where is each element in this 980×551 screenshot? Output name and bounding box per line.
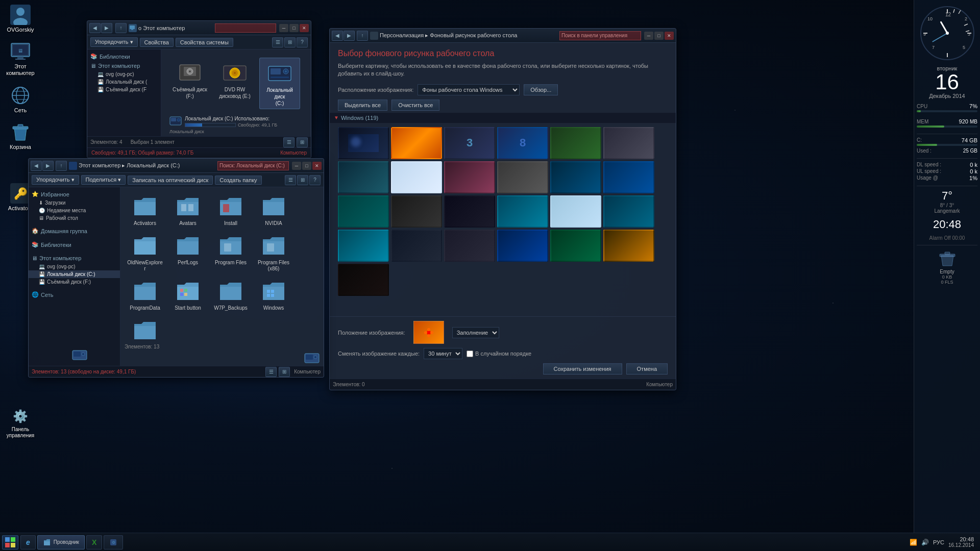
exp-tiles-view[interactable]: ⊞ bbox=[297, 175, 308, 185]
libraries-group[interactable]: 📚 Библиотеки bbox=[87, 52, 161, 61]
close-btn[interactable]: ✕ bbox=[300, 24, 309, 32]
maximize-btn[interactable]: □ bbox=[289, 24, 299, 32]
wallpaper-18[interactable] bbox=[338, 230, 389, 262]
status-grid-btn[interactable]: ⊞ bbox=[297, 137, 308, 147]
explorer-close[interactable]: ✕ bbox=[312, 162, 322, 170]
explorer-search-input[interactable] bbox=[217, 161, 289, 170]
wallpaper-17[interactable] bbox=[603, 195, 654, 228]
pers-up-btn[interactable]: ↑ bbox=[357, 31, 368, 41]
recent-item[interactable]: 🕒 Недавние места bbox=[29, 207, 120, 214]
tiles-view-btn[interactable]: ⊞ bbox=[284, 37, 296, 47]
folder-w7p-backups[interactable]: W7P_Backups bbox=[210, 276, 251, 313]
save-changes-btn[interactable]: Сохранить изменения bbox=[543, 363, 622, 374]
desktop-icon-control-panel[interactable]: ⚙️ Панель управления bbox=[3, 406, 38, 439]
help-btn[interactable]: ? bbox=[297, 37, 308, 47]
status-list-btn[interactable]: ☰ bbox=[283, 137, 295, 147]
wallpaper-4[interactable] bbox=[550, 127, 601, 159]
local-disk-c-item[interactable]: Локальный диск(C:) bbox=[259, 58, 300, 109]
sidebar-removable[interactable]: 💾 Съёмный диск (F bbox=[87, 86, 161, 93]
dvd-drive-item[interactable]: DVD RWдисковод (E:) bbox=[214, 58, 255, 109]
folder-oldnewexplorer[interactable]: OldNewExplorer bbox=[125, 231, 165, 274]
explorer-up-btn[interactable]: ↑ bbox=[56, 161, 67, 171]
clear-all-btn[interactable]: Очистить все bbox=[391, 99, 439, 111]
folder-start-button[interactable]: Start button bbox=[167, 276, 208, 313]
taskbar-app4[interactable]: ⚙ bbox=[104, 535, 123, 549]
cancel-changes-btn[interactable]: Отмена bbox=[626, 363, 668, 374]
tray-clock[interactable]: 20:48 16.12.2014 bbox=[948, 536, 974, 548]
taskbar-explorer[interactable]: Проводник bbox=[37, 535, 85, 549]
sidebar-local-c-exp[interactable]: 💾 Локальный диск (C:) bbox=[29, 270, 120, 278]
exp-help[interactable]: ? bbox=[309, 175, 321, 185]
explorer-share-btn[interactable]: Поделиться ▾ bbox=[81, 175, 126, 185]
system-properties-btn[interactable]: Свойства системы bbox=[176, 38, 233, 47]
position-select[interactable]: Заполнение bbox=[452, 327, 499, 338]
wallpaper-21[interactable] bbox=[497, 230, 548, 262]
pers-search-input[interactable] bbox=[559, 31, 641, 40]
wallpaper-0[interactable] bbox=[338, 127, 389, 159]
wallpaper-14[interactable] bbox=[444, 195, 495, 228]
forward-btn[interactable]: ▶ bbox=[101, 23, 112, 33]
wallpaper-7[interactable] bbox=[391, 161, 442, 193]
exp-status-grid-btn[interactable]: ⊞ bbox=[279, 367, 290, 377]
desktop-icon-ovgorskiy[interactable]: OVGorskiy bbox=[3, 3, 38, 35]
change-interval-select[interactable]: 30 минут bbox=[424, 348, 462, 359]
pers-back-btn[interactable]: ◀ bbox=[332, 31, 343, 41]
desktop-icon-network[interactable]: Сеть bbox=[3, 83, 38, 116]
wallpaper-1[interactable] bbox=[391, 127, 442, 159]
folder-activators[interactable]: Activators bbox=[125, 191, 165, 229]
downloads-item[interactable]: ⬇ Загрузки bbox=[29, 199, 120, 207]
wallpaper-6[interactable] bbox=[338, 161, 389, 193]
favorites-group[interactable]: ⭐ Избранное bbox=[29, 189, 120, 199]
wallpaper-19[interactable] bbox=[391, 230, 442, 262]
details-view-btn[interactable]: ☰ bbox=[272, 37, 283, 47]
this-computer-exp-group[interactable]: 🖥 Этот компьютер bbox=[29, 254, 120, 263]
folder-program-files-x86[interactable]: Program Files(x86) bbox=[253, 231, 294, 274]
wallpaper-22[interactable] bbox=[550, 230, 601, 262]
sidebar-ovg-exp[interactable]: 💻 ovg (ovg-pc) bbox=[29, 263, 120, 270]
removable-disk-item[interactable]: Съёмный диск(F:) bbox=[169, 58, 210, 109]
explorer-maximize[interactable]: □ bbox=[302, 162, 311, 170]
network-group[interactable]: 🌐 Сеть bbox=[29, 290, 120, 299]
explorer-minimize[interactable]: ─ bbox=[292, 162, 301, 170]
wallpaper-20[interactable] bbox=[444, 230, 495, 262]
burn-btn[interactable]: Записать на оптический диск bbox=[128, 176, 213, 185]
wallpaper-8[interactable] bbox=[444, 161, 495, 193]
computer-search-input[interactable] bbox=[215, 23, 276, 33]
wallpaper-10[interactable] bbox=[550, 161, 601, 193]
explorer-forward-btn[interactable]: ▶ bbox=[42, 161, 54, 171]
shuffle-checkbox[interactable] bbox=[467, 350, 473, 357]
taskbar-excel[interactable]: X bbox=[86, 535, 102, 549]
folder-windows[interactable]: Windows bbox=[253, 276, 294, 313]
explorer-organize-btn[interactable]: Упорядочить ▾ bbox=[32, 175, 79, 185]
homegroup-group[interactable]: 🏠 Домашняя группа bbox=[29, 226, 120, 236]
shuffle-checkbox-row[interactable]: В случайном порядке bbox=[467, 350, 531, 357]
folder-nvidia[interactable]: NVIDIA bbox=[253, 191, 294, 229]
start-button[interactable] bbox=[2, 535, 18, 549]
exp-details-view[interactable]: ☰ bbox=[285, 175, 296, 185]
minimize-btn[interactable]: ─ bbox=[279, 24, 288, 32]
pers-minimize[interactable]: ─ bbox=[644, 32, 653, 40]
wallpaper-16[interactable] bbox=[550, 195, 601, 228]
wallpaper-23[interactable] bbox=[603, 230, 654, 262]
folder-program-files[interactable]: Program Files bbox=[210, 231, 251, 274]
desktop-icon-computer[interactable]: 🖥 Этот компьютер bbox=[3, 39, 38, 79]
wallpaper-9[interactable] bbox=[497, 161, 548, 193]
back-btn[interactable]: ◀ bbox=[89, 23, 101, 33]
wallpaper-12[interactable] bbox=[338, 195, 389, 228]
wallpaper-5[interactable] bbox=[603, 127, 654, 159]
wallpaper-scroll-area[interactable]: 3 8 bbox=[330, 123, 676, 316]
browse-btn[interactable]: Обзор... bbox=[524, 84, 558, 95]
wallpaper-24[interactable] bbox=[338, 264, 389, 296]
new-folder-btn[interactable]: Создать папку bbox=[215, 176, 261, 185]
taskbar-ie[interactable]: e bbox=[20, 535, 36, 549]
pers-close[interactable]: ✕ bbox=[665, 32, 674, 40]
sidebar-ovg[interactable]: 💻 ovg (ovg-pc) bbox=[87, 70, 161, 78]
folder-users[interactable]: Пользователи bbox=[125, 315, 165, 342]
properties-btn[interactable]: Свойства bbox=[140, 38, 174, 47]
sidebar-removable-exp[interactable]: 💾 Съёмный диск (F:) bbox=[29, 278, 120, 286]
desktop-icon-recycle[interactable]: Корзина bbox=[3, 120, 38, 153]
pers-forward-btn[interactable]: ▶ bbox=[344, 31, 355, 41]
folder-avatars[interactable]: Avatars bbox=[167, 191, 208, 229]
up-btn[interactable]: ↑ bbox=[115, 23, 127, 33]
wallpaper-15[interactable] bbox=[497, 195, 548, 228]
